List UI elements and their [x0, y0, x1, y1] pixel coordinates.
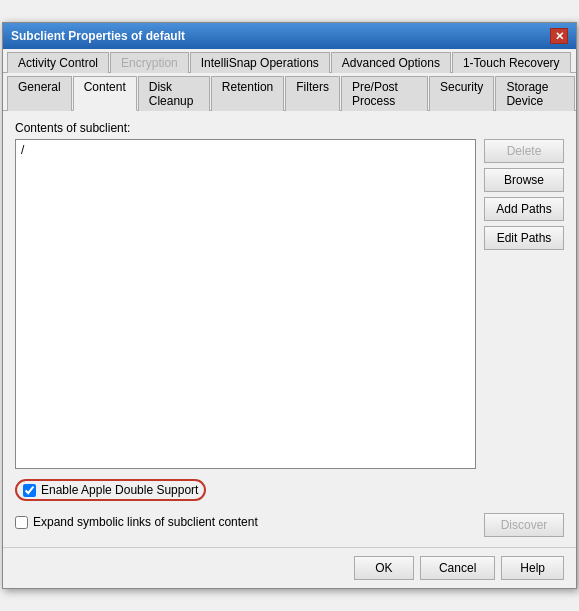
tab-advanced-options[interactable]: Advanced Options [331, 52, 451, 73]
tabs-row1: Activity Control Encryption IntelliSnap … [3, 49, 576, 73]
footer-options: Enable Apple Double Support Expand symbo… [15, 479, 564, 537]
tab-general[interactable]: General [7, 76, 72, 111]
close-button[interactable]: ✕ [550, 28, 568, 44]
ok-button[interactable]: OK [354, 556, 414, 580]
content-area: Contents of subclient: / Delete Browse A… [3, 111, 576, 547]
browse-button[interactable]: Browse [484, 168, 564, 192]
symlinks-row: Expand symbolic links of subclient conte… [15, 513, 564, 537]
add-paths-button[interactable]: Add Paths [484, 197, 564, 221]
symlinks-checkbox-row: Expand symbolic links of subclient conte… [15, 515, 258, 529]
tabs-row2: General Content Disk Cleanup Retention F… [3, 73, 576, 111]
cancel-button[interactable]: Cancel [420, 556, 495, 580]
tab-activity-control[interactable]: Activity Control [7, 52, 109, 73]
main-window: Subclient Properties of default ✕ Activi… [2, 22, 577, 589]
apple-double-label: Enable Apple Double Support [41, 483, 198, 497]
tab-filters[interactable]: Filters [285, 76, 340, 111]
apple-double-row: Enable Apple Double Support [15, 479, 564, 507]
tab-retention[interactable]: Retention [211, 76, 284, 111]
section-label: Contents of subclient: [15, 121, 564, 135]
apple-double-checkbox[interactable] [23, 484, 36, 497]
tab-encryption[interactable]: Encryption [110, 52, 189, 73]
window-title: Subclient Properties of default [11, 29, 185, 43]
help-button[interactable]: Help [501, 556, 564, 580]
tab-disk-cleanup[interactable]: Disk Cleanup [138, 76, 210, 111]
symlinks-checkbox[interactable] [15, 516, 28, 529]
tab-storage-device[interactable]: Storage Device [495, 76, 575, 111]
apple-double-highlight: Enable Apple Double Support [15, 479, 206, 501]
tab-pre-post[interactable]: Pre/Post Process [341, 76, 428, 111]
delete-button[interactable]: Delete [484, 139, 564, 163]
discover-button[interactable]: Discover [484, 513, 564, 537]
edit-paths-button[interactable]: Edit Paths [484, 226, 564, 250]
symlinks-label: Expand symbolic links of subclient conte… [33, 515, 258, 529]
tab-1touch-recovery[interactable]: 1-Touch Recovery [452, 52, 571, 73]
bottom-bar: OK Cancel Help [3, 547, 576, 588]
main-panel: / Delete Browse Add Paths Edit Paths [15, 139, 564, 469]
titlebar: Subclient Properties of default ✕ [3, 23, 576, 49]
buttons-panel: Delete Browse Add Paths Edit Paths [484, 139, 564, 469]
tab-content[interactable]: Content [73, 76, 137, 111]
tab-security[interactable]: Security [429, 76, 494, 111]
content-listbox[interactable]: / [15, 139, 476, 469]
list-item[interactable]: / [18, 142, 473, 158]
tab-intellisnap[interactable]: IntelliSnap Operations [190, 52, 330, 73]
